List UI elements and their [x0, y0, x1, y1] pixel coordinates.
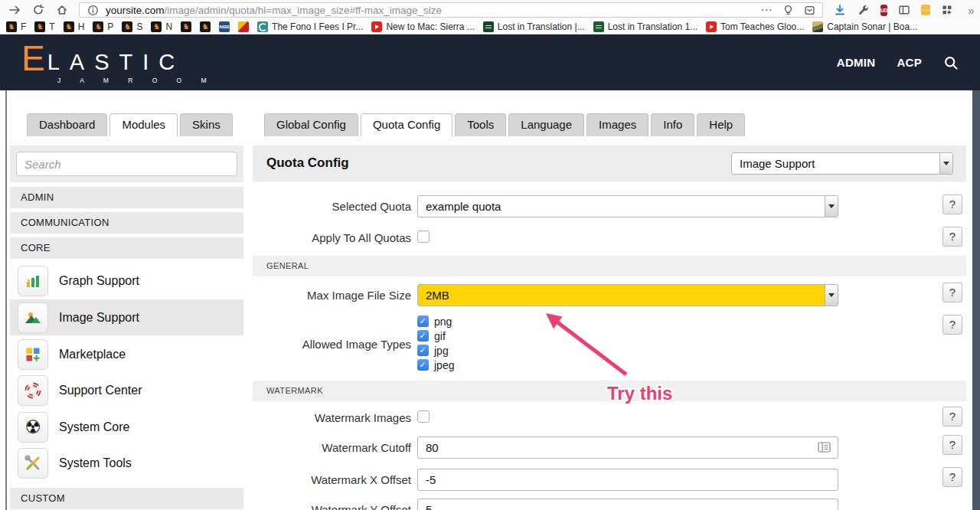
bookmark-label: N [165, 21, 172, 32]
help-button[interactable]: ? [942, 195, 962, 214]
home-icon[interactable] [55, 3, 69, 17]
jamroom-favicon [6, 21, 17, 32]
sidebar-item-graph-support[interactable]: Graph Support [10, 263, 243, 299]
sidebar-section-core[interactable]: CORE [10, 237, 243, 259]
allowed-type-jpg-checkbox[interactable] [417, 345, 429, 356]
module-select[interactable]: Image Support [731, 152, 953, 175]
sidebar-item-label: Marketplace [59, 348, 126, 361]
jamroom-favicon [34, 21, 45, 32]
allowed-type-jpeg-checkbox[interactable] [417, 359, 429, 371]
allowed-types-label: Allowed Image Types [253, 338, 411, 351]
wm-y-label: Watermark Y Offset [253, 503, 411, 510]
selected-quota-value: example quota [426, 200, 501, 213]
jamroom-favicon [93, 21, 103, 32]
module-select-value: Image Support [740, 157, 815, 170]
image-icon [18, 302, 48, 333]
bookmark-label: F [21, 21, 26, 32]
bookmark-item[interactable] [200, 21, 211, 32]
max-size-select[interactable]: 2MB [417, 284, 838, 306]
sidebar-section-admin[interactable]: ADMIN [10, 187, 243, 208]
sidebar-item-system-tools[interactable]: System Tools [10, 445, 243, 481]
logo-accent-letter: E [21, 38, 45, 78]
radiation-icon [18, 412, 48, 443]
search-input[interactable] [16, 152, 237, 176]
url-host: yoursite.com [106, 5, 165, 16]
tab-modules[interactable]: Modules [109, 113, 178, 136]
jamroom-favicon [151, 21, 162, 32]
sidebar-section-custom[interactable]: CUSTOM [10, 488, 243, 509]
lifebuoy-icon [18, 375, 48, 406]
page-title: Quota Config [266, 155, 349, 171]
bookmark-item[interactable]: P [93, 21, 113, 32]
sidebar-item-label: Support Center [59, 384, 142, 397]
jamroom-logo[interactable]: ELASTIC J A M R O O M [21, 41, 215, 84]
toolbar-overflow-icon[interactable] [964, 3, 978, 17]
help-button[interactable]: ? [942, 407, 962, 427]
wm-y-input[interactable] [417, 499, 838, 510]
wm-images-checkbox[interactable] [417, 410, 430, 423]
help-button[interactable]: ? [942, 283, 962, 302]
bookmark-item[interactable]: N [151, 21, 172, 32]
tab-skins[interactable]: Skins [180, 113, 233, 136]
help-button[interactable]: ? [942, 467, 962, 487]
sidebar-item-label: System Tools [59, 456, 132, 470]
forward-icon[interactable] [8, 3, 21, 17]
sidebar-section-communication[interactable]: COMMUNICATION [10, 212, 243, 234]
wm-cutoff-input[interactable] [417, 436, 838, 459]
sidebar-item-label: System Core [59, 420, 129, 434]
chevron-down-icon [825, 285, 838, 306]
module-sidebar: ADMIN COMMUNICATION CORE Graph Support I… [10, 145, 243, 510]
favicon-badge: NBB [220, 25, 230, 29]
bookmark-label: T [49, 21, 54, 32]
sidebar-item-system-core[interactable]: System Core [10, 409, 243, 445]
tab-dashboard[interactable]: Dashboard [27, 113, 107, 136]
section-general: GENERAL [253, 256, 966, 276]
max-size-label: Max Image File Size [253, 289, 411, 302]
wm-images-label: Watermark Images [253, 411, 411, 424]
jamroom-favicon [181, 21, 191, 32]
bookmark-item[interactable]: T [34, 21, 54, 32]
page-scrollbar[interactable] [972, 90, 980, 510]
wm-x-label: Watermark X Offset [253, 473, 411, 486]
sidebar-item-marketplace[interactable]: Marketplace [10, 336, 243, 372]
bookmark-item[interactable]: H [64, 21, 85, 32]
jamroom-favicon [122, 21, 132, 32]
sidebar-item-label: Image Support [59, 311, 139, 325]
info-icon[interactable] [86, 3, 100, 17]
allowed-type-jpeg-label: jpeg [434, 359, 454, 371]
list-toggle-icon [818, 442, 831, 456]
sidebar-item-support-center[interactable]: Support Center [10, 372, 243, 408]
nbb-favicon: NBB [219, 21, 230, 32]
flag-favicon [238, 21, 249, 32]
marketplace-icon [18, 339, 48, 370]
help-button[interactable]: ? [942, 315, 962, 335]
page-left-edge [5, 90, 7, 510]
help-button[interactable]: ? [942, 227, 962, 247]
reload-icon[interactable] [31, 3, 45, 17]
jamroom-favicon [200, 21, 211, 32]
bookmark-label: S [136, 21, 142, 32]
panel-header: Quota Config Image Support [253, 145, 966, 181]
jamroom-favicon [64, 21, 74, 32]
help-button[interactable]: ? [942, 435, 962, 455]
bookmark-item[interactable]: S [122, 21, 142, 32]
bookmark-item[interactable]: F [6, 21, 26, 32]
bookmark-item[interactable]: NBB [219, 21, 230, 32]
allowed-type-gif-label: gif [434, 330, 446, 342]
allowed-type-png-checkbox[interactable] [417, 315, 429, 327]
allowed-type-jpg-label: jpg [434, 345, 449, 357]
logo-subtext: J A M R O O M [57, 77, 215, 84]
apply-all-checkbox[interactable] [417, 230, 430, 243]
bookmark-item[interactable] [181, 21, 191, 32]
allowed-type-gif-checkbox[interactable] [417, 330, 429, 342]
sidebar-item-image-support[interactable]: Image Support [10, 299, 243, 335]
sidebar-search [10, 145, 243, 182]
allowed-type-png-label: png [434, 315, 452, 328]
quota-config-panel: Quota Config Image Support Selected Quot… [253, 0, 966, 510]
selected-quota-select[interactable]: example quota [417, 195, 838, 217]
bookmark-label: P [107, 21, 113, 32]
wm-x-input[interactable] [417, 469, 838, 491]
bookmark-item[interactable] [238, 21, 249, 32]
chevron-down-icon [825, 196, 838, 217]
apply-all-label: Apply To All Quotas [253, 231, 411, 244]
